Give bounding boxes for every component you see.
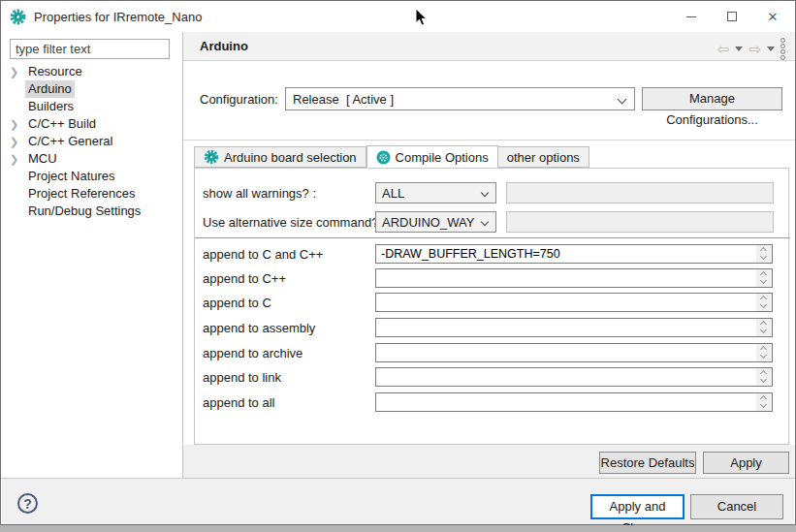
configuration-value: Release [ Active ]: [293, 92, 394, 107]
tree-item-label[interactable]: Project Natures: [25, 168, 118, 185]
page-header: Arduino ⇦ ⇨: [183, 32, 795, 61]
configuration-row: Configuration: Release [ Active ] Manage…: [183, 85, 795, 114]
tree-item-builders[interactable]: Builders: [2, 98, 182, 115]
tree-item-label[interactable]: Run/Debug Settings: [25, 203, 143, 220]
tree-item-resource[interactable]: ❯ Resource: [2, 63, 182, 80]
tree-item-label[interactable]: Project References: [25, 185, 139, 203]
tree-item-label[interactable]: Builders: [25, 98, 77, 115]
view-menu-icon[interactable]: [780, 38, 785, 60]
apply-and-close-button[interactable]: Apply and Close: [590, 494, 685, 519]
append-input[interactable]: [376, 319, 756, 336]
forward-icon[interactable]: ⇨: [748, 41, 761, 58]
close-button[interactable]: ✕: [752, 1, 793, 32]
compile-options-page: show all warnings? : ALL Use alternative…: [194, 168, 789, 445]
scroll-spinner[interactable]: [756, 294, 772, 311]
append-label: append to link: [203, 370, 281, 385]
warnings-select[interactable]: ALL: [375, 182, 496, 203]
size-command-label: Use alternative size command? :: [203, 215, 386, 230]
append-input[interactable]: [376, 344, 756, 361]
page-button-strip: Restore Defaults Apply: [183, 445, 795, 478]
scroll-spinner[interactable]: [756, 344, 772, 361]
append-input[interactable]: [376, 269, 756, 287]
tree-item-project-natures[interactable]: Project Natures: [2, 168, 182, 185]
window-title: Properties for IRremote_Nano: [34, 10, 202, 24]
dialog-button-bar: ? Apply and Close Cancel: [2, 479, 794, 524]
append-c-field[interactable]: [375, 293, 773, 312]
maximize-button[interactable]: [712, 1, 752, 32]
append-label: append to archive: [203, 346, 302, 360]
append-input[interactable]: [376, 393, 756, 411]
tree-item-mcu[interactable]: ❯ MCU: [2, 150, 182, 168]
expand-chevron-icon[interactable]: ❯: [10, 150, 21, 168]
help-icon[interactable]: ?: [17, 493, 38, 514]
warnings-extra-field: [506, 182, 774, 203]
append-archive-field[interactable]: [375, 343, 773, 362]
append-link-field[interactable]: [375, 367, 773, 387]
back-dropdown-icon[interactable]: [735, 47, 743, 51]
gear-icon: [204, 149, 219, 165]
size-command-extra-field: [506, 211, 774, 233]
restore-defaults-button[interactable]: Restore Defaults: [599, 452, 696, 474]
tab-compile-options[interactable]: Compile Options: [366, 145, 498, 168]
append-row: append to archive: [195, 343, 788, 362]
separator: [195, 237, 790, 238]
append-row: append to all: [195, 392, 788, 412]
minimize-button[interactable]: [671, 1, 712, 32]
manage-configurations-button[interactable]: Manage Configurations...: [642, 87, 782, 110]
tree-item-label[interactable]: MCU: [25, 150, 60, 168]
properties-dialog: Properties for IRremote_Nano ✕ ❯ Resourc…: [0, 0, 796, 525]
tree-item-cpp-build[interactable]: ❯ C/C++ Build: [2, 115, 182, 133]
page-title: Arduino: [200, 39, 248, 53]
tree-item-label[interactable]: Resource: [25, 63, 85, 80]
cancel-button[interactable]: Cancel: [690, 494, 783, 519]
append-input[interactable]: [376, 368, 756, 386]
expand-chevron-icon[interactable]: ❯: [10, 115, 21, 133]
append-input[interactable]: [376, 245, 756, 263]
append-cpp-field[interactable]: [375, 268, 773, 288]
expand-chevron-icon[interactable]: ❯: [10, 63, 21, 80]
size-command-row: Use alternative size command? : ARDUINO_…: [195, 210, 788, 234]
back-icon[interactable]: ⇦: [717, 41, 730, 58]
apply-button[interactable]: Apply: [703, 452, 789, 474]
tab-other-options[interactable]: other options: [498, 146, 589, 168]
title-bar[interactable]: Properties for IRremote_Nano ✕: [1, 1, 795, 32]
tab-label[interactable]: other options: [507, 150, 580, 165]
gear-badge-icon: [376, 150, 391, 165]
chevron-down-icon: [618, 95, 627, 105]
tab-label[interactable]: Compile Options: [396, 150, 489, 165]
chevron-down-icon: [481, 218, 489, 226]
tree-item-arduino[interactable]: Arduino: [2, 80, 182, 98]
scroll-spinner[interactable]: [756, 393, 772, 411]
separator: [183, 140, 795, 141]
filter-input[interactable]: [10, 39, 170, 59]
size-command-select[interactable]: ARDUINO_WAY: [375, 211, 496, 233]
configuration-select[interactable]: Release [ Active ]: [285, 87, 635, 110]
tab-arduino-board-selection[interactable]: Arduino board selection: [194, 146, 366, 168]
scroll-spinner[interactable]: [756, 245, 772, 263]
tree-item-project-references[interactable]: Project References: [2, 185, 182, 203]
append-c-and-cpp-field[interactable]: [375, 244, 773, 264]
tree-item-cpp-general[interactable]: ❯ C/C++ General: [2, 133, 182, 150]
scroll-spinner[interactable]: [756, 319, 772, 336]
append-all-field[interactable]: [375, 392, 773, 412]
scroll-spinner[interactable]: [756, 368, 772, 386]
tree-item-run-debug-settings[interactable]: Run/Debug Settings: [2, 203, 182, 220]
tree-item-label[interactable]: C/C++ Build: [25, 115, 99, 133]
properties-tree: ❯ Resource Arduino Builders ❯ C/C++ Buil…: [2, 63, 182, 220]
append-input[interactable]: [376, 294, 756, 311]
warnings-value: ALL: [382, 186, 404, 201]
tree-item-label[interactable]: C/C++ General: [25, 133, 115, 150]
append-label: append to C++: [203, 271, 286, 286]
expand-chevron-icon[interactable]: ❯: [10, 133, 21, 150]
scroll-spinner[interactable]: [756, 269, 772, 287]
properties-tree-panel: ❯ Resource Arduino Builders ❯ C/C++ Buil…: [2, 32, 182, 478]
tree-item-label[interactable]: Arduino: [25, 80, 75, 98]
tab-label[interactable]: Arduino board selection: [224, 150, 357, 165]
append-assembly-field[interactable]: [375, 318, 773, 337]
forward-dropdown-icon[interactable]: [767, 47, 775, 51]
append-row: append to C++: [195, 268, 788, 288]
warnings-label: show all warnings? :: [203, 186, 316, 201]
append-row: append to assembly: [195, 318, 788, 337]
chevron-down-icon: [481, 189, 489, 197]
warnings-row: show all warnings? : ALL: [195, 181, 788, 204]
